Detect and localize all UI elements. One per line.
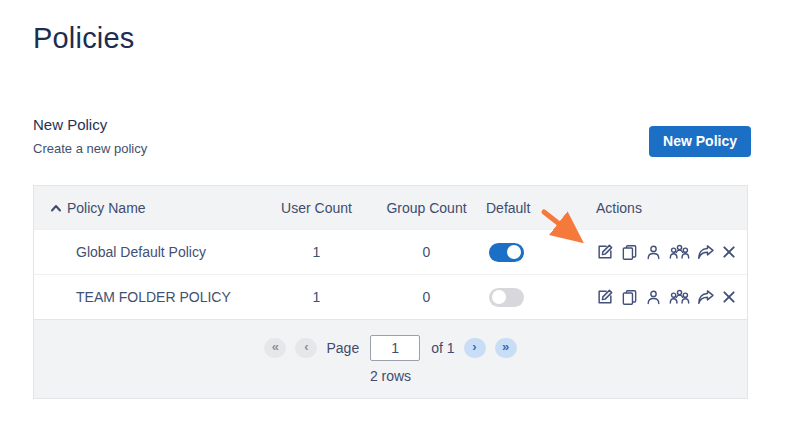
share-icon[interactable]	[697, 244, 715, 261]
chevron-up-icon[interactable]	[50, 200, 62, 216]
pagination: « ‹ Page of 1 › »	[264, 335, 516, 361]
page-label: Page	[326, 340, 359, 356]
table-row: TEAM FOLDER POLICY 1 0	[34, 274, 747, 319]
assign-group-icon[interactable]	[669, 289, 690, 305]
actions-cell	[594, 243, 749, 261]
group-count-cell: 0	[369, 244, 484, 260]
edit-icon[interactable]	[596, 288, 614, 306]
policies-page: Policies New Policy Create a new policy …	[0, 0, 798, 432]
assign-group-icon[interactable]	[669, 244, 690, 260]
new-policy-heading: New Policy	[33, 116, 147, 133]
column-header-user-count[interactable]: User Count	[264, 200, 369, 216]
user-count-cell: 1	[264, 244, 369, 260]
group-count-cell: 0	[369, 289, 484, 305]
page-title: Policies	[33, 22, 135, 55]
new-policy-section: New Policy Create a new policy	[33, 116, 147, 156]
column-header-default[interactable]: Default	[484, 200, 594, 216]
new-policy-button[interactable]: New Policy	[649, 126, 751, 157]
column-header-policy-name[interactable]: Policy Name	[34, 200, 264, 216]
new-policy-subheading: Create a new policy	[33, 141, 147, 156]
page-number-input[interactable]	[370, 335, 420, 361]
column-header-actions: Actions	[594, 200, 749, 216]
page-of-label: of 1	[431, 340, 454, 356]
table-header-row: Policy Name User Count Group Count Defau…	[34, 186, 747, 229]
toggle-knob	[492, 290, 506, 304]
default-toggle[interactable]	[489, 288, 524, 307]
copy-icon[interactable]	[621, 244, 638, 261]
policy-name-cell: TEAM FOLDER POLICY	[34, 289, 264, 305]
assign-user-icon[interactable]	[645, 289, 662, 306]
next-page-button[interactable]: ›	[464, 338, 486, 358]
prev-page-button[interactable]: ‹	[295, 338, 317, 358]
rows-summary: 2 rows	[370, 368, 411, 384]
default-toggle[interactable]	[489, 243, 524, 262]
delete-x-icon[interactable]	[722, 290, 736, 304]
column-label: Policy Name	[67, 200, 146, 216]
actions-cell	[594, 288, 749, 306]
policy-name-cell: Global Default Policy	[34, 244, 264, 260]
edit-icon[interactable]	[596, 243, 614, 261]
policies-table: Policy Name User Count Group Count Defau…	[33, 185, 748, 399]
assign-user-icon[interactable]	[645, 244, 662, 261]
column-header-group-count[interactable]: Group Count	[369, 200, 484, 216]
copy-icon[interactable]	[621, 289, 638, 306]
last-page-button[interactable]: »	[495, 338, 517, 358]
first-page-button[interactable]: «	[264, 338, 286, 358]
table-row: Global Default Policy 1 0	[34, 229, 747, 274]
delete-x-icon[interactable]	[722, 245, 736, 259]
toggle-knob	[507, 245, 521, 259]
share-icon[interactable]	[697, 289, 715, 306]
user-count-cell: 1	[264, 289, 369, 305]
table-footer: « ‹ Page of 1 › » 2 rows	[34, 319, 747, 398]
